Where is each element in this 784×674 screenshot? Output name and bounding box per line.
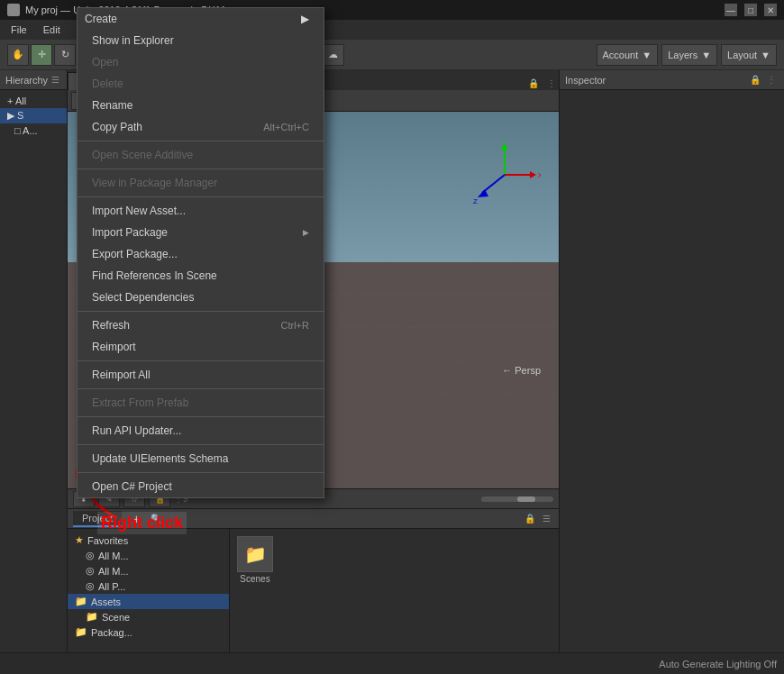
- ctx-reimport-label: Reimport: [92, 341, 136, 353]
- scroll-thumb[interactable]: [517, 496, 535, 502]
- svg-line-15: [482, 175, 505, 193]
- ctx-show-explorer[interactable]: Show in Explorer: [77, 30, 324, 51]
- scenes-item[interactable]: 📁 Scene: [68, 609, 229, 624]
- account-chevron-icon: ▼: [642, 50, 652, 60]
- rotate-tool[interactable]: ↻: [54, 44, 76, 66]
- scroll-bar[interactable]: [481, 496, 553, 502]
- ctx-open-csharp[interactable]: Open C# Project: [77, 476, 324, 497]
- packages-label: Packag...: [91, 627, 132, 638]
- hierarchy-content: + All ▶ S □ A...: [0, 90, 67, 652]
- maximize-button[interactable]: □: [744, 4, 757, 16]
- transform-gizmo: Y X Z: [469, 139, 541, 211]
- ctx-sep-2: [77, 168, 324, 169]
- ctx-find-references-label: Find References In Scene: [92, 269, 217, 282]
- project-lock-button[interactable]: 🔒: [523, 512, 537, 526]
- inspector-panel: Inspector 🔒 ⋮: [559, 70, 784, 652]
- hierarchy-item-0[interactable]: ▶ S: [0, 108, 67, 123]
- inspector-lock-button[interactable]: 🔒: [748, 73, 762, 87]
- ctx-open-additive-label: Open Scene Additive: [92, 149, 193, 161]
- ctx-refresh[interactable]: Refresh Ctrl+R: [77, 314, 324, 336]
- ctx-rename[interactable]: Rename: [77, 95, 324, 116]
- assets-label: Assets: [91, 597, 121, 607]
- ctx-extract-prefab: Extract From Prefab: [77, 392, 324, 414]
- ctx-create-item[interactable]: Create ▶: [77, 8, 324, 30]
- ctx-refresh-label: Refresh: [92, 319, 130, 332]
- ctx-reimport-all[interactable]: Reimport All: [77, 364, 324, 386]
- scenes-file-label: Scenes: [240, 574, 269, 584]
- hierarchy-title: Hierarchy: [5, 75, 48, 86]
- project-tab[interactable]: Project: [73, 511, 122, 527]
- inspector-header: Inspector 🔒 ⋮: [560, 70, 784, 90]
- hierarchy-item-label-0: ▶ S: [7, 110, 23, 121]
- ctx-export-package-label: Export Package...: [92, 248, 178, 260]
- all-prefabs-label: All P...: [98, 581, 125, 592]
- project-search-icon: 🔍: [150, 514, 161, 524]
- hierarchy-item-label-1: □ A...: [14, 125, 38, 136]
- project-controls: 🔒 ☰: [523, 512, 553, 526]
- all-prefabs-icon: ◎: [86, 580, 95, 592]
- all-models-label: All M...: [98, 566, 129, 577]
- favorites-item[interactable]: ★ Favorites: [68, 533, 229, 548]
- svg-marker-14: [530, 171, 536, 178]
- ctx-export-package[interactable]: Export Package...: [77, 243, 324, 265]
- ctx-reimport[interactable]: Reimport: [77, 336, 324, 358]
- svg-text:X: X: [538, 171, 541, 179]
- menu-file[interactable]: File: [4, 23, 34, 37]
- cloud-button[interactable]: ☁: [323, 44, 344, 66]
- svg-text:Z: Z: [473, 197, 478, 205]
- ctx-sep-4: [77, 311, 324, 312]
- ctx-import-package[interactable]: Import Package: [77, 222, 324, 243]
- move-tool[interactable]: ✛: [31, 44, 52, 66]
- scenes-file-icon: 📁: [237, 536, 273, 572]
- all-models-item[interactable]: ◎ All M...: [68, 563, 229, 578]
- close-button[interactable]: ✕: [764, 4, 777, 16]
- project-tabs: Project: [73, 511, 122, 527]
- ctx-show-explorer-label: Show in Explorer: [92, 34, 174, 47]
- status-bar: Auto Generate Lighting Off: [0, 652, 784, 674]
- hierarchy-item-1[interactable]: □ A...: [0, 123, 67, 138]
- favorites-folder-icon: ★: [75, 534, 84, 546]
- svg-line-4: [314, 262, 396, 426]
- hierarchy-menu-button[interactable]: ☰: [48, 73, 62, 87]
- ctx-import-package-label: Import Package: [92, 226, 168, 239]
- hand-tool[interactable]: ✋: [7, 44, 29, 66]
- svg-line-5: [314, 262, 478, 426]
- scene-more-button[interactable]: ⋮: [544, 76, 559, 90]
- layout-dropdown[interactable]: Layout ▼: [721, 44, 777, 66]
- scroll-area: [481, 496, 553, 502]
- hierarchy-search-label: All: [15, 96, 26, 106]
- inspector-menu-button[interactable]: ⋮: [764, 73, 779, 87]
- minimize-button[interactable]: —: [725, 4, 737, 16]
- ctx-find-references[interactable]: Find References In Scene: [77, 265, 324, 287]
- project-menu-button[interactable]: ☰: [539, 512, 553, 526]
- ctx-open-additive: Open Scene Additive: [77, 144, 324, 166]
- ctx-run-api-updater[interactable]: Run API Updater...: [77, 420, 324, 442]
- ctx-open-csharp-label: Open C# Project: [92, 480, 172, 493]
- project-content: ★ Favorites ◎ All M... ◎ All M... ◎ All …: [68, 529, 559, 652]
- scene-lock-button[interactable]: 🔒: [526, 76, 541, 90]
- ctx-select-dependencies[interactable]: Select Dependencies: [77, 287, 324, 308]
- scenes-file-item[interactable]: 📁 Scenes: [237, 536, 273, 584]
- project-add-button[interactable]: +: [129, 512, 143, 526]
- layers-chevron-icon: ▼: [701, 50, 711, 60]
- account-dropdown[interactable]: Account ▼: [597, 44, 659, 66]
- ctx-import-new-asset[interactable]: Import New Asset...: [77, 200, 324, 222]
- all-prefabs-item[interactable]: ◎ All P...: [68, 578, 229, 594]
- ctx-sep-6: [77, 388, 324, 389]
- ctx-update-uielements[interactable]: Update UIElements Schema: [77, 448, 324, 469]
- all-materials-item[interactable]: ◎ All M...: [68, 548, 229, 563]
- unity-icon: [7, 4, 20, 16]
- ctx-sep-1: [77, 141, 324, 141]
- packages-folder-icon: 📁: [75, 626, 87, 638]
- status-lighting: Auto Generate Lighting Off: [659, 659, 777, 669]
- ctx-copy-path[interactable]: Copy Path Alt+Ctrl+C: [77, 116, 324, 138]
- ctx-extract-prefab-label: Extract From Prefab: [92, 396, 188, 409]
- assets-item[interactable]: 📁 Assets: [68, 594, 229, 609]
- inspector-controls: 🔒 ⋮: [748, 73, 779, 87]
- layers-dropdown[interactable]: Layers ▼: [661, 44, 717, 66]
- hierarchy-add-row[interactable]: + All: [0, 94, 67, 108]
- perspective-label: ← Persp: [502, 365, 541, 376]
- scenes-label: Scene: [102, 612, 130, 623]
- packages-item[interactable]: 📁 Packag...: [68, 624, 229, 640]
- menu-edit[interactable]: Edit: [36, 23, 68, 37]
